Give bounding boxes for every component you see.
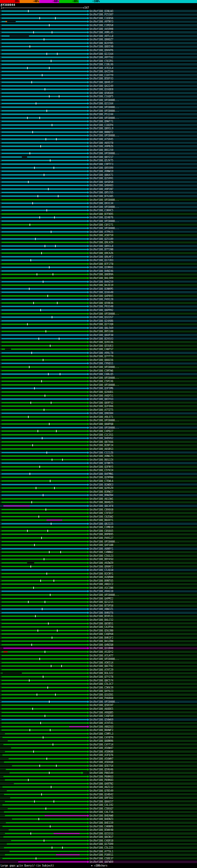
hit-label[interactable]: UniRef100_B4KUT6	[90, 611, 113, 614]
hit-label[interactable]: UniRef100_A7AT29	[90, 668, 113, 671]
hit-label[interactable]: UniRef100_Q93134	[90, 202, 113, 205]
alignment-bar[interactable]	[2, 156, 88, 157]
alignment-bar[interactable]	[2, 110, 88, 111]
hit-label[interactable]: UniRef100_Q4P8V5	[90, 294, 113, 297]
alignment-bar[interactable]	[2, 359, 88, 360]
hit-label[interactable]: UniRef100_C1BLX6	[90, 63, 113, 66]
alignment-bar[interactable]	[2, 249, 88, 250]
alignment-bar[interactable]	[3, 648, 88, 649]
alignment-bar[interactable]	[2, 470, 88, 471]
hit-label[interactable]: UniRef100_A6ODE5	[90, 708, 113, 710]
alignment-bar[interactable]	[2, 577, 88, 578]
alignment-bar[interactable]	[2, 427, 88, 428]
hit-label[interactable]: UniRef100_C4YT14	[90, 743, 113, 746]
hit-label[interactable]: UniRef100_P49128	[90, 298, 113, 301]
alignment-bar[interactable]	[2, 463, 88, 464]
hit-label[interactable]: UniRef100_A7TSL1	[90, 850, 113, 852]
alignment-bar[interactable]	[2, 46, 88, 47]
alignment-bar[interactable]	[2, 228, 88, 229]
alignment-bar[interactable]	[2, 495, 88, 496]
hit-label[interactable]: UniRef100_C5KVJ9	[90, 686, 113, 689]
hit-label[interactable]: UniRef100_Q7Y1T8	[90, 675, 113, 678]
hit-label[interactable]: UniRef100_B4JE19	[90, 284, 113, 287]
alignment-bar[interactable]	[2, 263, 88, 264]
alignment-bar[interactable]	[2, 99, 88, 100]
alignment-bar[interactable]	[2, 456, 88, 457]
alignment-bar[interactable]	[2, 295, 88, 296]
hit-label[interactable]: UniRef100_Q66G57	[90, 800, 113, 803]
hit-label[interactable]: UniRef100_C3KHC5	[90, 209, 113, 212]
alignment-bar[interactable]	[2, 377, 88, 378]
hit-label[interactable]: UniRef100_C4QF69	[90, 715, 113, 717]
hit-label[interactable]: UniRef100_Q29PB0	[90, 476, 113, 479]
alignment-bar[interactable]	[2, 117, 88, 118]
alignment-bar[interactable]	[2, 630, 88, 631]
hit-label[interactable]: UniRef100_B4ENZ3	[90, 818, 113, 820]
alignment-bar[interactable]	[2, 480, 88, 482]
hit-label[interactable]: UniRef100_C5DGQ7	[90, 807, 113, 810]
hit-label[interactable]: UniRef100_C4JP56	[90, 626, 113, 628]
alignment-bar[interactable]	[2, 388, 88, 389]
alignment-bar[interactable]	[2, 381, 88, 382]
alignment-bar[interactable]	[2, 641, 88, 642]
hit-label[interactable]: UniRef100_UPI0000...	[90, 206, 119, 208]
hit-label[interactable]: UniRef100_Q21164	[90, 102, 113, 105]
hit-label[interactable]: UniRef100_Q40403	[90, 184, 113, 187]
hit-label[interactable]: UniRef100_Q891L9	[90, 127, 113, 130]
alignment-bar[interactable]	[2, 826, 88, 827]
hit-label[interactable]: UniRef100_Q31BH0	[90, 647, 113, 650]
hit-label[interactable]: UniRef100_Q8J225	[90, 522, 113, 525]
alignment-bar[interactable]	[2, 285, 88, 286]
alignment-bar[interactable]	[2, 680, 88, 681]
alignment-bar[interactable]	[2, 106, 88, 107]
alignment-bar[interactable]	[2, 787, 88, 787]
alignment-bar[interactable]	[2, 619, 88, 620]
hit-label[interactable]: UniRef100_Q60PQ0	[90, 423, 113, 426]
hit-label[interactable]: UniRef100_B6HWF2	[90, 729, 113, 732]
hit-label[interactable]: UniRef100_B7FKR5	[90, 213, 113, 215]
hit-label[interactable]: UniRef100_C5PCX6	[90, 380, 113, 383]
hit-label[interactable]: UniRef100_B9WZB4	[90, 494, 113, 497]
alignment-bar[interactable]	[2, 213, 88, 214]
alignment-bar[interactable]	[2, 238, 88, 239]
hit-label[interactable]: UniRef100_A8QI63	[90, 725, 113, 728]
alignment-bar[interactable]	[2, 452, 88, 453]
hit-label[interactable]: UniRef100_UPI0000...	[90, 227, 119, 230]
hit-label[interactable]: UniRef100_Q17JD3	[90, 259, 113, 262]
hit-label[interactable]: UniRef100_UPI0000...	[90, 312, 119, 315]
hit-label[interactable]: UniRef100_C5EZR1	[90, 59, 113, 62]
alignment-bar[interactable]	[2, 128, 88, 129]
alignment-bar[interactable]	[2, 363, 88, 364]
hit-label[interactable]: UniRef100_B4LC52	[90, 618, 113, 621]
alignment-bar[interactable]	[2, 32, 88, 33]
alignment-bar[interactable]	[2, 441, 88, 442]
alignment-bar[interactable]	[2, 530, 88, 531]
alignment-bar[interactable]	[3, 744, 88, 745]
hit-label[interactable]: UniRef100_UPI0000...	[90, 116, 119, 119]
hit-label[interactable]: UniRef100_Q4YUJ3	[90, 690, 113, 692]
hit-label[interactable]: UniRef100_Q58G69	[90, 91, 113, 94]
alignment-bar[interactable]	[2, 196, 88, 197]
alignment-bar[interactable]	[2, 267, 88, 268]
alignment-bar[interactable]	[2, 374, 88, 375]
alignment-bar[interactable]	[2, 299, 88, 300]
alignment-bar[interactable]	[2, 580, 88, 581]
hit-label[interactable]: UniRef100_C9SQ11	[90, 362, 113, 365]
alignment-bar[interactable]	[2, 334, 88, 335]
hit-label[interactable]: UniRef100_Q21215	[90, 601, 113, 603]
alignment-bar[interactable]	[2, 71, 88, 72]
alignment-bar[interactable]	[2, 406, 88, 407]
alignment-bar[interactable]	[2, 327, 88, 328]
alignment-bar[interactable]	[2, 541, 88, 542]
alignment-bar[interactable]	[2, 210, 88, 211]
alignment-bar[interactable]	[2, 96, 88, 97]
alignment-bar[interactable]	[2, 491, 88, 492]
hit-label[interactable]: UniRef100_C5L225	[90, 846, 113, 849]
hit-label[interactable]: UniRef100_A7PHJ5	[90, 230, 113, 233]
hit-label[interactable]: UniRef100_Q1UZ01	[90, 693, 113, 696]
hit-label[interactable]: UniRef100_C1H7Y9	[90, 73, 113, 76]
hit-label[interactable]: UniRef100_Q70KT5	[90, 462, 113, 465]
alignment-bar[interactable]	[7, 790, 88, 791]
hit-label[interactable]: UniRef100_Q55UE3	[90, 344, 113, 347]
hit-label[interactable]: UniRef100_A52DY2	[90, 651, 113, 653]
